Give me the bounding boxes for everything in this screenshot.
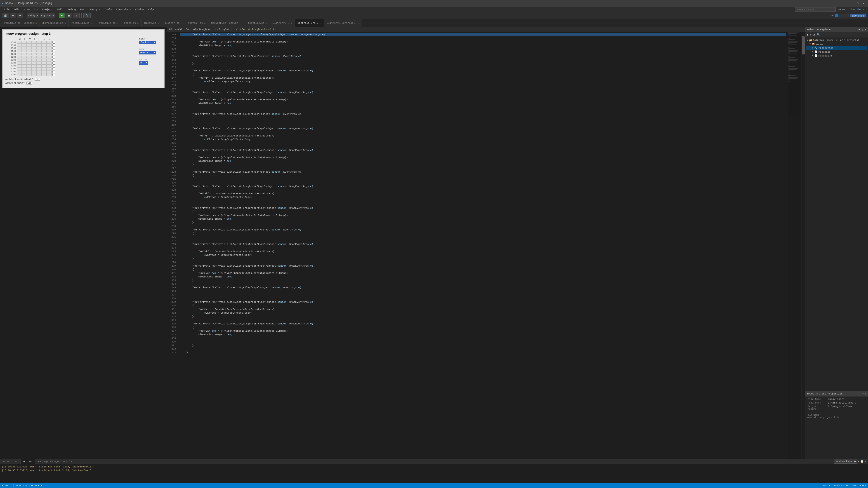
day-cell-3-0[interactable] bbox=[17, 50, 22, 53]
menu-file[interactable]: File bbox=[2, 8, 11, 11]
day-cell-1-1[interactable] bbox=[22, 44, 27, 46]
day-cell-10-4[interactable] bbox=[37, 70, 41, 73]
tab-moovpak[interactable]: moovpak.cs ✕ bbox=[185, 19, 209, 27]
tab-close-progbuild-cs3[interactable]: ✕ bbox=[117, 22, 118, 24]
day-cell-4-2[interactable] bbox=[27, 53, 32, 55]
day-cell-6-6[interactable] bbox=[46, 59, 52, 61]
row-checkbox-6[interactable] bbox=[53, 59, 55, 61]
day-cell-3-3[interactable] bbox=[32, 50, 37, 53]
tab-close-testfile[interactable]: ✕ bbox=[266, 22, 267, 24]
menu-window[interactable]: Window bbox=[133, 8, 146, 11]
day-cell-11-4[interactable] bbox=[37, 73, 41, 76]
se-close-btn[interactable]: ✕ bbox=[865, 28, 866, 31]
row-checkbox-11[interactable] bbox=[53, 73, 55, 76]
day-cell-9-5[interactable] bbox=[41, 67, 46, 70]
day-cell-2-4[interactable] bbox=[37, 47, 41, 50]
day-cell-3-1[interactable] bbox=[22, 50, 27, 53]
day-cell-5-4[interactable] bbox=[37, 56, 41, 58]
tab-testfile[interactable]: testfile.cs ✕ bbox=[245, 19, 270, 27]
day-cell-11-0[interactable] bbox=[17, 73, 22, 76]
menu-analyze[interactable]: Analyze bbox=[88, 8, 102, 11]
output-content[interactable]: [15:18:36.0183728] warn: Could not find … bbox=[0, 464, 868, 483]
menu-edit[interactable]: Edit bbox=[12, 8, 21, 11]
day-cell-2-3[interactable] bbox=[32, 47, 37, 50]
se-forward-btn[interactable]: ► bbox=[809, 33, 812, 37]
git-branch[interactable]: main bbox=[5, 484, 11, 487]
day-cell-10-2[interactable] bbox=[27, 70, 32, 73]
day-cell-8-4[interactable] bbox=[37, 64, 41, 67]
breadcrumb-part3[interactable]: ProgBuild bbox=[219, 28, 232, 31]
output-settings-btn[interactable]: ⚙ bbox=[865, 460, 866, 463]
menu-tools[interactable]: Tools bbox=[103, 8, 114, 11]
day-cell-2-1[interactable] bbox=[22, 47, 27, 50]
live-share-button[interactable]: Live Share bbox=[850, 14, 866, 18]
day-cell-3-6[interactable] bbox=[46, 50, 52, 53]
minimize-button[interactable]: ─ bbox=[849, 2, 854, 5]
tab-close-moovpak[interactable]: ✕ bbox=[204, 22, 206, 24]
tab-block[interactable]: Block.cs ✕ bbox=[142, 19, 162, 27]
se-back-btn[interactable]: ◄ bbox=[806, 33, 808, 37]
day-cell-6-4[interactable] bbox=[37, 59, 41, 61]
se-filter-btn[interactable]: ⚙ bbox=[862, 28, 863, 31]
day-cell-10-0[interactable] bbox=[17, 70, 22, 73]
row-checkbox-7[interactable] bbox=[53, 61, 55, 64]
day-cell-9-6[interactable] bbox=[46, 67, 52, 70]
row-checkbox-10[interactable] bbox=[53, 70, 55, 73]
day-cell-0-5[interactable] bbox=[41, 41, 46, 43]
zoom-level[interactable]: 75% bbox=[821, 484, 826, 487]
toolbar-save[interactable]: 💾 bbox=[2, 13, 9, 18]
toolbar-redo[interactable]: ↪ bbox=[17, 13, 23, 18]
day-cell-4-4[interactable] bbox=[37, 53, 41, 55]
row-checkbox-4[interactable] bbox=[53, 53, 55, 55]
tab-controls-active[interactable]: Controls_Dra.. ✕ bbox=[295, 19, 324, 27]
menu-help[interactable]: Help bbox=[146, 8, 156, 11]
day-cell-7-6[interactable] bbox=[46, 61, 52, 64]
tree-properties[interactable]: ► 🔧 Properties bbox=[806, 46, 867, 50]
tab-close-glitnir-controls[interactable]: ✕ bbox=[358, 22, 359, 24]
day-cell-10-5[interactable] bbox=[41, 70, 46, 73]
day-cell-8-5[interactable] bbox=[41, 64, 46, 67]
tree-moovpakb2[interactable]: ► 📄 moovpak.b bbox=[806, 54, 867, 58]
day-cell-7-0[interactable] bbox=[17, 61, 22, 64]
day-cell-5-6[interactable] bbox=[46, 56, 52, 58]
day-cell-11-6[interactable] bbox=[46, 73, 52, 76]
day-cell-8-1[interactable] bbox=[22, 64, 27, 67]
tab-close-progbuild-cs[interactable]: ✕ bbox=[64, 22, 66, 24]
row-checkbox-5[interactable] bbox=[53, 56, 55, 58]
scrollbar-thumb[interactable] bbox=[802, 36, 805, 55]
toolbar-attach[interactable]: 🔧 bbox=[84, 13, 91, 18]
day-cell-8-2[interactable] bbox=[27, 64, 32, 67]
search-input[interactable] bbox=[795, 7, 836, 12]
day-cell-8-6[interactable] bbox=[46, 64, 52, 67]
day-cell-0-0[interactable] bbox=[17, 41, 22, 43]
day-cell-4-0[interactable] bbox=[17, 53, 22, 55]
day-cell-2-6[interactable] bbox=[46, 47, 52, 50]
menu-debug[interactable]: Debug bbox=[66, 8, 78, 11]
row-checkbox-3[interactable] bbox=[53, 50, 55, 53]
tree-mooov[interactable]: ▼ 📦 mooov bbox=[806, 42, 867, 46]
day-cell-9-2[interactable] bbox=[27, 67, 32, 70]
stop-button[interactable]: ⏹ bbox=[66, 13, 72, 18]
day-cell-10-6[interactable] bbox=[46, 70, 52, 73]
tab-close-moovpak-design[interactable]: ✕ bbox=[241, 22, 242, 24]
day-cell-7-5[interactable] bbox=[41, 61, 46, 64]
day-cell-7-3[interactable] bbox=[32, 61, 37, 64]
day-cell-1-2[interactable] bbox=[27, 44, 32, 46]
day-cell-0-4[interactable] bbox=[37, 41, 41, 43]
se-refresh-btn[interactable]: ↺ bbox=[813, 33, 815, 37]
tab-package-manager[interactable]: Package Manager Console bbox=[35, 459, 75, 464]
day-cell-5-0[interactable] bbox=[17, 56, 22, 58]
tab-close-chena[interactable]: ✕ bbox=[137, 22, 138, 24]
tab-error-list[interactable]: Error List bbox=[0, 459, 21, 464]
se-search-btn[interactable]: 🔍 bbox=[816, 33, 820, 37]
day-cell-11-5[interactable] bbox=[41, 73, 46, 76]
day-cell-9-0[interactable] bbox=[17, 67, 22, 70]
row-checkbox-2[interactable] bbox=[53, 47, 55, 50]
day-cell-4-5[interactable] bbox=[41, 53, 46, 55]
live-share-btn[interactable]: Live Share bbox=[848, 8, 866, 11]
day-cell-0-6[interactable] bbox=[46, 41, 52, 43]
block-dropdown[interactable]: block F ▼ bbox=[139, 41, 156, 44]
close-button[interactable]: ✕ bbox=[861, 2, 866, 5]
tab-close-block[interactable]: ✕ bbox=[158, 22, 159, 24]
debug-mode-dropdown[interactable]: Debug ▼ bbox=[27, 13, 39, 18]
